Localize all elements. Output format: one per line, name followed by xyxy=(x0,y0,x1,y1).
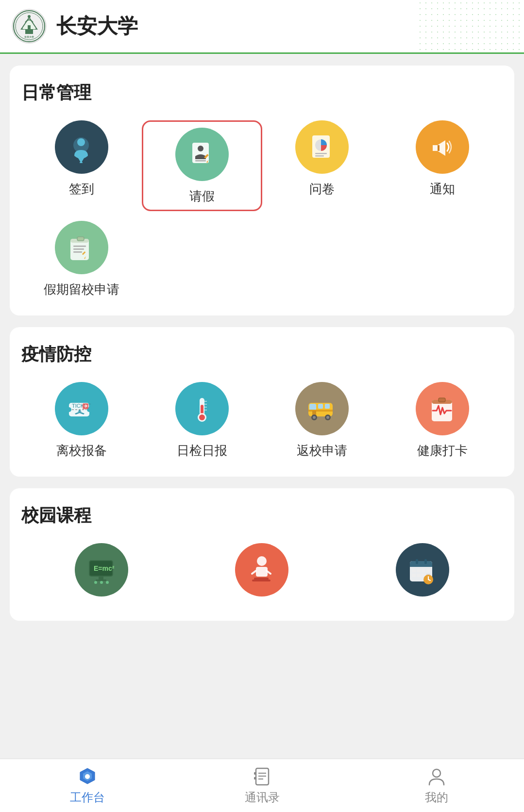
profile-nav-label: 我的 xyxy=(425,790,448,805)
svg-rect-28 xyxy=(73,251,82,253)
svg-rect-50 xyxy=(308,410,333,412)
svg-rect-94 xyxy=(254,777,256,779)
svg-point-53 xyxy=(313,416,316,419)
stay-icon xyxy=(66,232,97,264)
course-section-title: 校园课程 xyxy=(21,504,503,528)
health-icon xyxy=(427,393,458,425)
svg-text:✈: ✈ xyxy=(84,404,88,409)
thermometer-icon xyxy=(186,393,218,425)
qingjia-label: 请假 xyxy=(189,188,215,205)
rijian-item[interactable]: 日检日报 xyxy=(142,382,262,459)
svg-rect-44 xyxy=(204,407,207,408)
qiandao-label: 签到 xyxy=(69,181,94,198)
jiaqiliu-icon-circle xyxy=(55,221,108,274)
svg-rect-58 xyxy=(439,398,445,402)
emc-course-item[interactable]: E=mc² xyxy=(21,543,182,603)
rijian-icon-circle xyxy=(175,382,229,435)
daily-icon-grid: 签到 请假 xyxy=(21,120,503,298)
course-section: 校园课程 E=mc² xyxy=(10,488,514,621)
svg-rect-81 xyxy=(426,569,430,572)
qingjia-item[interactable]: 请假 xyxy=(142,120,262,211)
svg-point-66 xyxy=(106,581,109,584)
svg-rect-42 xyxy=(204,401,207,402)
svg-point-55 xyxy=(326,416,329,419)
nav-contacts[interactable]: 通讯录 xyxy=(175,766,350,805)
tongzhi-label: 通知 xyxy=(430,181,455,198)
svg-point-14 xyxy=(198,146,203,151)
svg-rect-47 xyxy=(309,404,316,411)
emc-icon-circle: E=mc² xyxy=(75,543,128,597)
wenjuan-label: 问卷 xyxy=(309,181,335,198)
tongzhi-item[interactable]: 通知 xyxy=(382,120,503,211)
svg-rect-21 xyxy=(315,155,324,157)
svg-rect-75 xyxy=(410,564,432,567)
lixiao-item[interactable]: TICKET ✈ 离校报备 xyxy=(21,382,142,459)
schedule-course-item[interactable] xyxy=(342,543,503,603)
svg-point-65 xyxy=(100,581,103,584)
emc-icon: E=mc² xyxy=(85,553,118,586)
jiaqiliu-item[interactable]: 假期留校申请 xyxy=(21,221,142,298)
svg-rect-77 xyxy=(424,559,427,564)
svg-text:长安大学: 长安大学 xyxy=(24,35,34,38)
daily-section-title: 日常管理 xyxy=(21,81,503,105)
svg-point-41 xyxy=(199,414,205,420)
header-decoration xyxy=(417,0,524,52)
contacts-nav-icon xyxy=(252,766,272,787)
svg-rect-63 xyxy=(96,580,106,581)
epidemic-icon-grid: TICKET ✈ 离校报备 xyxy=(21,382,503,459)
calendar-icon xyxy=(406,553,439,586)
epidemic-section-title: 疫情防控 xyxy=(21,343,503,366)
nav-profile[interactable]: 我的 xyxy=(349,766,524,805)
checkin-icon xyxy=(66,132,97,163)
jiankang-item[interactable]: 健康打卡 xyxy=(382,382,503,459)
svg-rect-27 xyxy=(73,249,84,250)
svg-point-98 xyxy=(433,769,440,777)
jiankang-icon-circle xyxy=(416,382,469,435)
contacts-nav-label: 通讯录 xyxy=(245,790,280,805)
svg-rect-15 xyxy=(195,160,206,162)
svg-rect-79 xyxy=(417,569,421,572)
schedule-icon-circle xyxy=(396,543,449,597)
svg-rect-83 xyxy=(417,574,421,577)
jiankang-label: 健康打卡 xyxy=(417,442,468,459)
svg-rect-76 xyxy=(416,559,418,564)
qiandao-icon-circle xyxy=(55,120,108,174)
svg-rect-45 xyxy=(204,410,207,411)
rijian-label: 日检日报 xyxy=(177,442,227,459)
svg-rect-78 xyxy=(412,569,416,572)
survey-icon xyxy=(306,132,338,163)
jiaqiliu-label: 假期留校申请 xyxy=(44,281,119,298)
wenjuan-item[interactable]: 问卷 xyxy=(262,120,383,211)
svg-point-91 xyxy=(85,774,90,779)
svg-point-12 xyxy=(80,162,83,163)
notice-icon xyxy=(427,132,458,163)
speaker-course-item[interactable] xyxy=(182,543,342,603)
svg-point-10 xyxy=(77,138,85,146)
speaker-icon-circle xyxy=(235,543,288,597)
header: 长安大学 长安大学 xyxy=(0,0,524,54)
svg-rect-80 xyxy=(422,569,425,572)
daily-management-section: 日常管理 签到 xyxy=(10,66,514,315)
svg-rect-62 xyxy=(99,577,103,580)
qiandao-item[interactable]: 签到 xyxy=(21,120,142,211)
fanxiao-item[interactable]: 返校申请 xyxy=(262,382,383,459)
svg-rect-25 xyxy=(77,237,84,241)
svg-rect-93 xyxy=(254,772,256,775)
svg-rect-68 xyxy=(256,567,268,577)
tongzhi-icon-circle xyxy=(416,120,469,174)
qingjia-icon-circle xyxy=(175,128,229,181)
university-logo: 长安大学 xyxy=(12,9,47,44)
fanxiao-label: 返校申请 xyxy=(297,442,347,459)
svg-rect-22 xyxy=(438,145,439,151)
profile-nav-icon xyxy=(426,766,447,787)
svg-rect-20 xyxy=(315,153,327,154)
bottom-navigation: 工作台 通讯录 我的 xyxy=(0,759,524,812)
ticket-icon: TICKET ✈ xyxy=(65,392,98,425)
leave-icon xyxy=(186,138,219,171)
svg-rect-48 xyxy=(318,404,323,409)
nav-workbench[interactable]: 工作台 xyxy=(0,766,175,805)
svg-text:E=mc²: E=mc² xyxy=(94,564,115,572)
speaker-icon xyxy=(245,553,278,586)
university-name: 长安大学 xyxy=(56,13,138,40)
lixiao-label: 离校报备 xyxy=(56,442,107,459)
